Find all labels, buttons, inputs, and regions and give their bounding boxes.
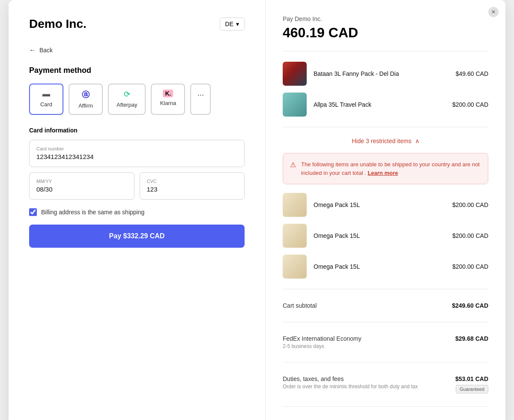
expiry-cvc-row: MM/YY CVC (29, 172, 245, 200)
payment-method-title: Payment method (29, 66, 245, 75)
restricted-item-price-2: $200.00 CAD (452, 232, 488, 239)
divider-3 (283, 289, 488, 289)
item-price-1: $49.60 CAD (456, 70, 488, 77)
taxes-value: $53.01 CAD (455, 375, 488, 382)
company-name: Demo Inc. (29, 17, 87, 31)
expiry-input[interactable] (36, 186, 127, 193)
expiry-field[interactable]: MM/YY (29, 172, 134, 200)
cvc-label: CVC (147, 179, 238, 184)
payment-method-affirm[interactable]: ⓐ Affirm (69, 84, 103, 115)
back-button[interactable]: ← Back (29, 46, 245, 54)
pay-amount: 460.19 CAD (283, 25, 488, 41)
divider-4 (283, 322, 488, 322)
restricted-toggle-label: Hide 3 restricted items (352, 138, 411, 144)
affirm-label: Affirm (78, 102, 93, 109)
pay-to-label: Pay Demo Inc. (283, 15, 488, 22)
divider-5 (283, 362, 488, 363)
restricted-item-image-1 (283, 193, 307, 217)
afterpay-icon: ⟳ (124, 90, 130, 99)
language-selector[interactable]: DE ▾ (220, 18, 245, 30)
shipping-row: FedEx International Economy 2-5 business… (283, 329, 488, 355)
restricted-item-image-2 (283, 224, 307, 248)
back-label: Back (39, 47, 53, 54)
payment-method-more[interactable]: … (190, 84, 211, 115)
shipping-value: $29.68 CAD (455, 335, 488, 342)
cart-subtotal-value: $249.60 CAD (452, 302, 488, 309)
card-info-title: Card information (29, 127, 245, 134)
item-price-2: $200.00 CAD (452, 101, 488, 108)
pay-button[interactable]: Pay $332.29 CAD (29, 225, 245, 248)
billing-checkbox-text: Billing address is the same as shipping (41, 209, 144, 216)
item-name-1: Bataan 3L Fanny Pack - Del Dia (314, 70, 449, 77)
cart-subtotal-label: Cart subtotal (283, 302, 317, 309)
close-button[interactable]: ✕ (488, 7, 499, 17)
card-number-input[interactable] (36, 153, 237, 160)
expiry-label: MM/YY (36, 179, 127, 184)
cart-subtotal-row: Cart subtotal $249.60 CAD (283, 296, 488, 315)
restricted-item-name-1: Omega Pack 15L (314, 201, 445, 208)
card-number-group: Card number (29, 140, 245, 167)
restricted-item-name-3: Omega Pack 15L (314, 263, 445, 270)
left-panel: Demo Inc. DE ▾ ← Back Payment method ▬ C… (9, 0, 266, 420)
restricted-item-1: Omega Pack 15L $200.00 CAD (283, 189, 488, 220)
taxes-right: $53.01 CAD Guaranteed (455, 375, 488, 393)
warning-icon: ⚠ (290, 161, 296, 169)
chevron-up-icon: ∧ (415, 138, 419, 144)
header-row: Demo Inc. DE ▾ (29, 17, 245, 31)
klarna-label: Klarna (160, 100, 176, 106)
taxes-row: Duties, taxes, and fees Order is over th… (283, 369, 488, 399)
payment-method-card[interactable]: ▬ Card (29, 84, 63, 115)
divider-2 (283, 127, 488, 127)
payment-methods-group: ▬ Card ⓐ Affirm ⟳ Afterpay K. Klarna … (29, 84, 245, 115)
cvc-field[interactable]: CVC (140, 172, 245, 200)
cvc-input[interactable] (147, 186, 238, 193)
shipping-label: FedEx International Economy (283, 335, 362, 342)
shipping-info: FedEx International Economy 2-5 business… (283, 335, 362, 349)
payment-method-afterpay[interactable]: ⟳ Afterpay (108, 84, 146, 115)
credit-card-icon: ▬ (42, 90, 50, 99)
shipping-sublabel: 2-5 business days (283, 343, 362, 349)
restricted-item-image-3 (283, 255, 307, 279)
lang-value: DE (225, 21, 233, 27)
item-name-2: Allpa 35L Travel Pack (314, 101, 445, 108)
guaranteed-badge: Guaranteed (456, 385, 488, 393)
warning-box: ⚠ The following items are unable to be s… (283, 153, 488, 184)
restricted-item-3: Omega Pack 15L $200.00 CAD (283, 251, 488, 282)
restricted-toggle[interactable]: Hide 3 restricted items ∧ (283, 134, 488, 148)
order-item-1: Bataan 3L Fanny Pack - Del Dia $49.60 CA… (283, 58, 488, 89)
right-panel: ✕ Pay Demo Inc. 460.19 CAD Bataan 3L Fan… (266, 0, 505, 420)
billing-checkbox[interactable] (29, 208, 37, 216)
restricted-item-price-3: $200.00 CAD (452, 263, 488, 270)
payment-method-klarna[interactable]: K. Klarna (151, 84, 185, 115)
taxes-info: Duties, taxes, and fees Order is over th… (283, 375, 418, 390)
affirm-icon: ⓐ (82, 90, 90, 100)
card-label: Card (40, 101, 52, 108)
restricted-item-price-1: $200.00 CAD (452, 201, 488, 208)
warning-text: The following items are unable to be shi… (301, 160, 481, 177)
order-item-2: Allpa 35L Travel Pack $200.00 CAD (283, 89, 488, 120)
restricted-item-2: Omega Pack 15L $200.00 CAD (283, 220, 488, 251)
item-image-fanny (283, 62, 307, 86)
card-number-field[interactable]: Card number (29, 140, 245, 167)
back-arrow-icon: ← (29, 46, 36, 54)
klarna-icon: K. (163, 90, 173, 97)
taxes-sublabel: Order is over the de minimis threshold f… (283, 384, 418, 390)
billing-checkbox-label[interactable]: Billing address is the same as shipping (29, 208, 245, 216)
restricted-item-name-2: Omega Pack 15L (314, 232, 445, 239)
divider-6 (283, 406, 488, 407)
afterpay-label: Afterpay (117, 102, 137, 108)
divider-1 (283, 51, 488, 51)
learn-more-link[interactable]: Learn more (368, 170, 398, 176)
item-image-travel (283, 93, 307, 117)
card-number-label: Card number (36, 146, 237, 151)
chevron-down-icon: ▾ (236, 21, 239, 27)
more-icon: … (197, 90, 204, 97)
taxes-label: Duties, taxes, and fees (283, 375, 418, 382)
